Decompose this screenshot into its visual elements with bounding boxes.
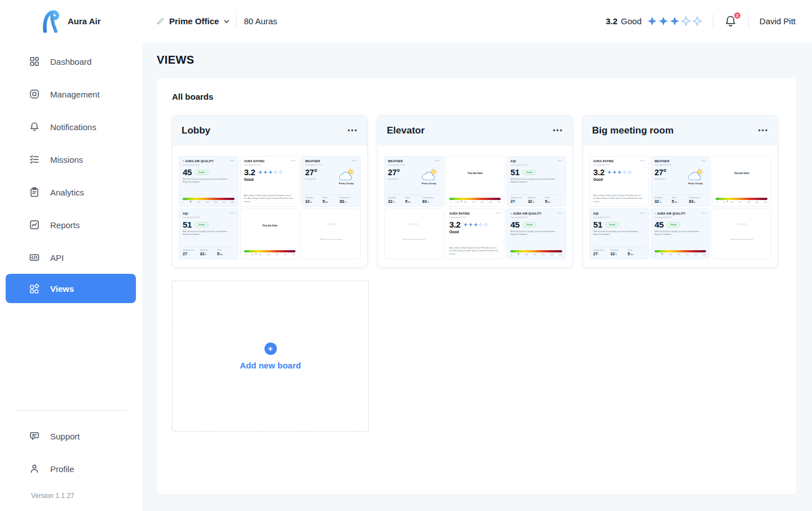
stat-unit: % (310, 201, 312, 203)
stat-unit: % (205, 254, 206, 256)
stat-label: Wind (545, 197, 562, 199)
stat-unit: % (694, 201, 696, 203)
stat-label: Temperature (510, 197, 528, 199)
aqi-scale-ticks: 050100150200300500 (244, 254, 296, 256)
stat-value: 27 (183, 252, 187, 256)
app-version: Version 1.1.27 (31, 492, 142, 500)
partly-cloudy-icon (686, 168, 705, 181)
stat-label: Wind (405, 197, 423, 199)
sidebar-item-reports[interactable]: Reports (0, 208, 142, 241)
widget-weather: WEATHER ••• Last updated 13:13 27° Feels… (651, 156, 710, 207)
sidebar-item-api[interactable]: API (0, 241, 142, 274)
sidebar-item-support[interactable]: Support (0, 420, 142, 452)
widget-title: WEATHER (388, 159, 403, 163)
widget-aqi: AQI ••• Last updated 13:13 51 Good With … (589, 208, 649, 259)
widget-menu-icon: ••• (435, 159, 439, 162)
sidebar-item-views[interactable]: Views (6, 274, 136, 303)
rating-stars (607, 170, 632, 175)
feels-like: Feels like 28° (388, 178, 400, 180)
aqi-gradient-bar (449, 198, 501, 200)
stat-label: Wind (323, 197, 340, 199)
board-card[interactable]: Big meeting room ••• AURA RATING ••• Las… (582, 115, 778, 268)
add-new-board-button[interactable]: + Add new board (172, 281, 369, 432)
widget-last-updated: Last updated 13:13 (510, 216, 562, 219)
board-body: AURA AIR QUALITY ••• Last updated 13:13 … (173, 146, 367, 267)
user-menu[interactable]: David Pitt (760, 16, 796, 26)
widget-title: AURA RATING (593, 159, 614, 163)
dashboard-grid-icon (29, 56, 40, 67)
sidebar-item-label: API (50, 253, 64, 263)
rating-status: Good (593, 177, 645, 181)
sidebar-item-profile[interactable]: Profile (0, 452, 142, 485)
aqi-gradient-bar (716, 198, 767, 200)
rating-value: 3.2 (244, 168, 255, 176)
sidebar-item-management[interactable]: Management (0, 78, 142, 110)
placeholder-text: Wait for your new creation (388, 238, 440, 241)
board-card[interactable]: Elevator ••• WEATHER ••• Last updated 13… (377, 115, 573, 268)
notifications-button[interactable]: 3 (724, 15, 738, 28)
widget-you-are-here: You are here 050100150200300500 (712, 156, 771, 207)
star-icon (670, 16, 679, 26)
sidebar-item-missions[interactable]: Missions (0, 143, 142, 176)
pencil-icon[interactable] (157, 17, 164, 25)
widget-description: Aura rating is holistic figure of ipsum … (593, 194, 645, 203)
widget-title: WEATHER (305, 159, 320, 163)
star-icon (263, 170, 268, 175)
board-body: WEATHER ••• Last updated 13:13 27° Feels… (378, 146, 572, 267)
rating-stars (647, 16, 702, 26)
widget-placeholder: Wait for your new creation (384, 208, 444, 259)
you-are-here-label: You are here (716, 172, 767, 175)
rating-value: 3.2 (593, 168, 604, 176)
stat-label: Wind (672, 197, 689, 199)
stat-label: Precipitation (689, 197, 707, 199)
widget-menu-icon: ••• (640, 212, 645, 214)
board-body: AURA RATING ••• Last updated 13:13 3.2 G… (583, 146, 778, 267)
widget-last-updated: Last updated 13:13 (593, 164, 645, 166)
aqi-scale: 050100150200300500 (449, 198, 501, 203)
star-icon (659, 16, 668, 26)
sidebar-item-label: Profile (50, 464, 74, 474)
stat-value: 5 (672, 199, 674, 203)
temperature-value: 27° (655, 168, 667, 176)
stat-unit: Km (408, 201, 411, 203)
widget-menu-icon: ••• (230, 212, 234, 214)
stat-label: Temperature (593, 249, 611, 251)
stat-unit: ° (515, 201, 516, 203)
star-icon (623, 170, 627, 175)
widget-last-updated: Last updated 13:13 (593, 216, 645, 219)
location-selector[interactable]: Prime Office (157, 16, 230, 26)
board-header: Lobby ••• (173, 115, 367, 146)
widget-placeholder: Wait for your new creation (301, 208, 361, 259)
stat-label: Humidity (528, 197, 545, 199)
widget-title: AURA AIR QUALITY (513, 212, 542, 215)
widget-bullet-icon (655, 213, 656, 215)
board-card[interactable]: Lobby ••• AURA AIR QUALITY ••• Last upda… (172, 115, 368, 268)
sidebar-item-notifications[interactable]: Notifications (0, 110, 142, 143)
sidebar-item-dashboard[interactable]: Dashboard (0, 45, 142, 78)
plus-icon: + (264, 343, 277, 355)
weather-condition: Partly Cloudy (336, 182, 357, 185)
aqi-gradient-bar (183, 198, 235, 200)
aqi-gradient-bar (510, 250, 562, 252)
widget-aura-rating: AURA RATING ••• Last updated 13:13 3.2 G… (240, 156, 300, 207)
status-badge: Good (195, 222, 208, 228)
stat-unit: % (427, 201, 429, 203)
aqi-scale: 050100150200300500 (183, 198, 235, 203)
star-icon (484, 223, 488, 227)
page-title: VIEWS (157, 54, 796, 66)
board-menu-icon[interactable]: ••• (758, 128, 769, 133)
widget-bullet-icon (183, 161, 184, 162)
partly-cloudy-icon (337, 168, 356, 181)
rating-stars (258, 170, 283, 175)
aqi-scale-ticks: 050100150200300500 (510, 254, 562, 256)
sidebar-item-analytics[interactable]: Analytics (0, 176, 142, 208)
widget-title: AQI (510, 159, 516, 163)
star-icon (464, 223, 468, 227)
rating-label: Good (621, 16, 642, 26)
board-menu-icon[interactable]: ••• (553, 128, 563, 133)
widget-weather: WEATHER ••• Last updated 13:13 27° Feels… (384, 156, 444, 207)
board-title: Lobby (182, 125, 210, 136)
location-name: Prime Office (169, 16, 219, 26)
board-menu-icon[interactable]: ••• (347, 128, 358, 133)
widget-title: AURA RATING (449, 212, 470, 215)
